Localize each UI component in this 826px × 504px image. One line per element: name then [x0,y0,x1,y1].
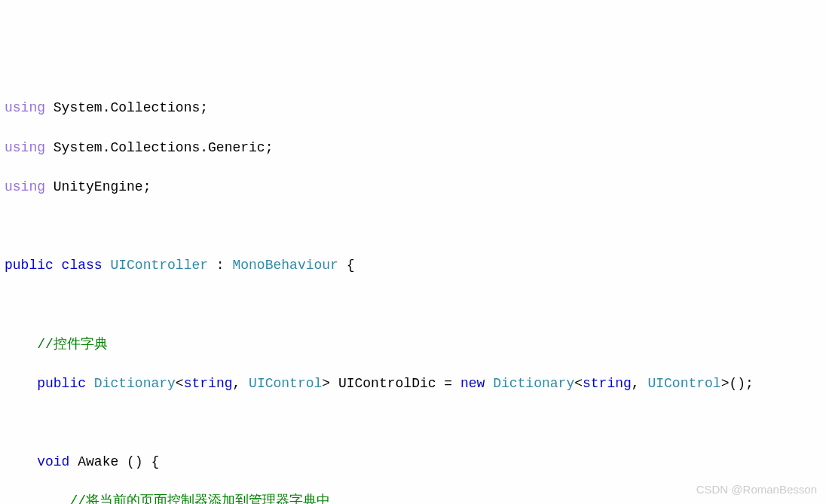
code-line: using UnityEngine; [5,177,826,197]
code-line: using System.Collections; [5,98,826,118]
type: Dictionary [86,376,176,391]
namespace: System.Collections.Generic; [45,140,273,155]
code-editor: using System.Collections; using System.C… [0,78,826,504]
keyword-using: using [5,140,45,155]
code-line: //控件字典 [5,334,826,354]
keyword-void: void [5,454,69,469]
type: UIControl [249,376,322,391]
method-name: Awake () { [69,454,159,469]
namespace: System.Collections; [45,100,208,115]
code-line: using System.Collections.Generic; [5,138,826,157]
keyword-string: string [184,376,233,391]
separator: : [208,258,232,273]
brace: { [338,258,355,273]
code-line: public class UIController : MonoBehaviou… [5,255,826,275]
type: Dictionary [485,376,574,391]
type-name: UIController [102,258,208,273]
keyword-new: new [460,376,485,391]
base-type: MonoBehaviour [232,258,338,273]
code-line: void Awake () { [5,452,826,472]
code-line [5,295,826,314]
keyword-public: public [5,258,54,273]
keyword-using: using [5,179,45,194]
type: UIControl [647,376,720,391]
comment: //将当前的页面控制器添加到管理器字典中 [5,493,330,504]
keyword-using: using [5,100,45,115]
comment: //控件字典 [5,337,108,352]
watermark: CSDN @RomanBesson [696,481,817,498]
keyword-public: public [5,376,86,391]
code-line [5,216,826,236]
keyword-class: class [54,258,102,273]
namespace: UnityEngine; [45,179,151,194]
code-line: public Dictionary<string, UIControl> UIC… [5,374,826,393]
keyword-string: string [583,376,632,391]
code-line [5,413,826,432]
